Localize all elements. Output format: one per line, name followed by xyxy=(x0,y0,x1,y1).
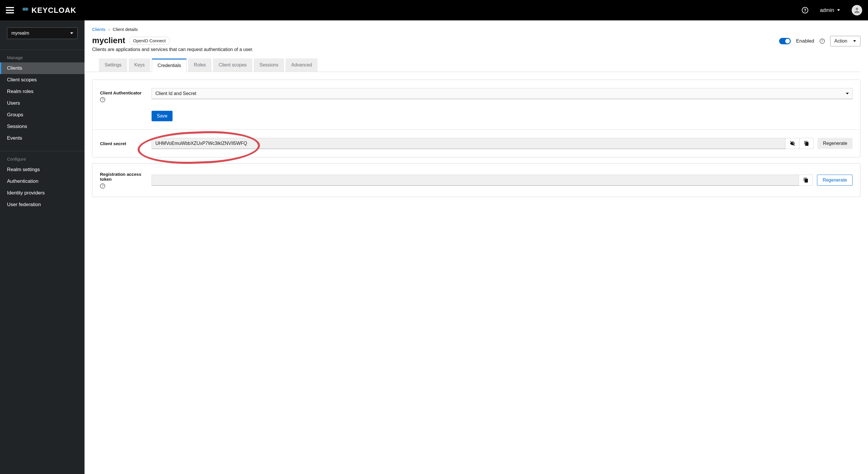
chevron-down-icon xyxy=(837,9,840,11)
sidebar-item-clients[interactable]: Clients xyxy=(0,62,85,74)
registration-panel: Registration access token ? Regenerate xyxy=(92,163,861,197)
tab-settings[interactable]: Settings xyxy=(99,59,127,72)
credentials-panel: Client Authenticator ? Client Id and Sec… xyxy=(92,80,861,157)
svg-point-4 xyxy=(856,7,858,10)
action-label: Action xyxy=(835,38,847,44)
toggle-visibility-button[interactable] xyxy=(785,138,800,149)
protocol-badge: OpenID Connect xyxy=(129,37,170,44)
regenerate-secret-button[interactable]: Regenerate xyxy=(817,138,852,149)
sidebar-item-realm-settings[interactable]: Realm settings xyxy=(0,164,85,176)
username: admin xyxy=(820,7,834,13)
save-button[interactable]: Save xyxy=(152,111,173,121)
client-authenticator-label: Client Authenticator ? xyxy=(100,88,148,102)
eye-off-icon xyxy=(789,140,796,146)
sidebar-section-configure: Configure xyxy=(0,153,85,164)
realm-selected-value: myrealm xyxy=(11,31,29,36)
chevron-down-icon xyxy=(853,40,856,42)
user-avatar-icon xyxy=(853,6,861,14)
chevron-down-icon xyxy=(846,93,849,94)
svg-marker-3 xyxy=(26,8,27,10)
copy-icon xyxy=(803,178,809,183)
client-authenticator-select[interactable]: Client Id and Secret xyxy=(152,88,852,99)
regenerate-registration-token-button[interactable]: Regenerate xyxy=(817,175,852,186)
chevron-down-icon xyxy=(70,32,73,34)
logo[interactable]: KEYCLOAK xyxy=(21,6,76,15)
sidebar-item-user-federation[interactable]: User federation xyxy=(0,199,85,211)
sidebar: myrealm Manage Clients Client scopes Rea… xyxy=(0,21,85,474)
main-content: Clients › Client details myclient OpenID… xyxy=(85,21,868,474)
copy-secret-button[interactable] xyxy=(800,138,813,149)
enabled-label: Enabled xyxy=(796,38,814,44)
help-icon[interactable]: ? xyxy=(802,7,808,13)
sidebar-item-realm-roles[interactable]: Realm roles xyxy=(0,86,85,97)
registration-token-input[interactable] xyxy=(152,175,799,186)
title-row: myclient OpenID Connect Clients are appl… xyxy=(92,36,861,52)
tab-roles[interactable]: Roles xyxy=(188,59,211,72)
tab-credentials[interactable]: Credentials xyxy=(152,59,187,72)
topbar: KEYCLOAK ? admin xyxy=(0,0,868,21)
client-authenticator-value: Client Id and Secret xyxy=(155,91,196,96)
page-title: myclient OpenID Connect xyxy=(92,36,253,45)
keycloak-logo-icon xyxy=(21,6,30,14)
tab-keys[interactable]: Keys xyxy=(129,59,150,72)
registration-token-label: Registration access token ? xyxy=(100,172,148,189)
sidebar-section-manage: Manage xyxy=(0,52,85,62)
help-icon[interactable]: ? xyxy=(100,183,105,189)
sidebar-item-identity-providers[interactable]: Identity providers xyxy=(0,187,85,199)
logo-text: KEYCLOAK xyxy=(31,6,76,15)
sidebar-item-events[interactable]: Events xyxy=(0,132,85,144)
client-name: myclient xyxy=(92,36,125,45)
client-secret-input[interactable] xyxy=(152,138,785,149)
user-menu[interactable]: admin xyxy=(820,7,840,13)
enabled-toggle[interactable] xyxy=(779,38,791,44)
client-secret-label: Client secret xyxy=(100,141,148,146)
sidebar-item-client-scopes[interactable]: Client scopes xyxy=(0,74,85,86)
topbar-right: ? admin xyxy=(802,5,862,15)
help-icon[interactable]: ? xyxy=(100,97,105,102)
tab-advanced[interactable]: Advanced xyxy=(286,59,317,72)
menu-icon[interactable] xyxy=(6,7,14,13)
action-dropdown[interactable]: Action xyxy=(830,36,861,46)
sidebar-item-users[interactable]: Users xyxy=(0,97,85,109)
svg-marker-2 xyxy=(23,8,25,10)
breadcrumb-clients-link[interactable]: Clients xyxy=(92,27,105,32)
tab-sessions[interactable]: Sessions xyxy=(254,59,284,72)
sidebar-item-authentication[interactable]: Authentication xyxy=(0,176,85,187)
sidebar-item-groups[interactable]: Groups xyxy=(0,109,85,121)
avatar[interactable] xyxy=(852,5,862,15)
tab-client-scopes[interactable]: Client scopes xyxy=(213,59,252,72)
help-icon[interactable]: ? xyxy=(819,38,825,44)
page-description: Clients are applications and services th… xyxy=(92,47,253,52)
realm-selector[interactable]: myrealm xyxy=(7,27,78,39)
breadcrumb-current: Client details xyxy=(113,27,138,32)
copy-icon xyxy=(804,141,809,146)
breadcrumb: Clients › Client details xyxy=(92,27,861,32)
tabs: Settings Keys Credentials Roles Client s… xyxy=(99,59,861,72)
topbar-left: KEYCLOAK xyxy=(6,6,76,15)
chevron-right-icon: › xyxy=(108,27,110,32)
sidebar-item-sessions[interactable]: Sessions xyxy=(0,121,85,132)
copy-registration-token-button[interactable] xyxy=(799,175,813,186)
